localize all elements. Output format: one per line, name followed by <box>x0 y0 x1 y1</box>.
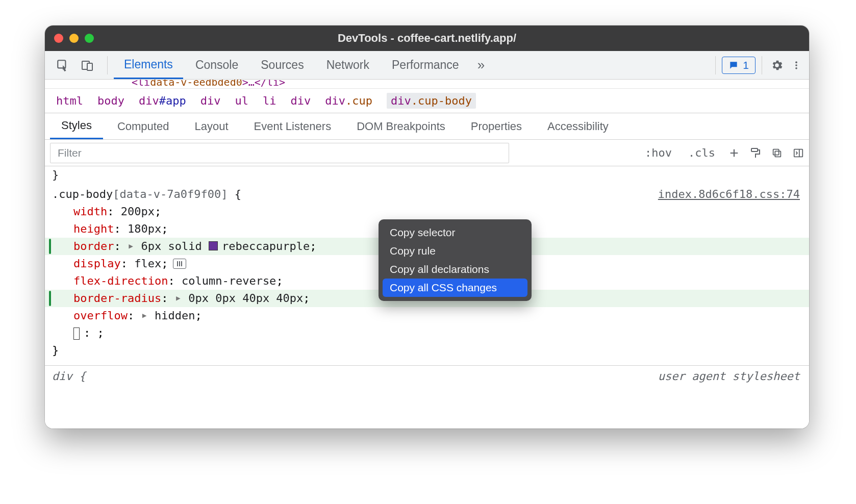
svg-rect-9 <box>794 149 803 157</box>
cls-toggle[interactable]: .cls <box>680 146 723 159</box>
svg-rect-8 <box>773 149 779 155</box>
breadcrumb-item[interactable]: div <box>200 94 221 107</box>
svg-rect-7 <box>775 151 781 157</box>
titlebar: DevTools - coffee-cart.netlify.app/ <box>45 26 809 51</box>
copy-icon[interactable] <box>766 147 788 159</box>
breadcrumb-item[interactable]: div.cup <box>325 94 372 107</box>
filter-input[interactable] <box>51 147 509 159</box>
css-selector[interactable]: .cup-body[data-v-7a0f9f00] { <box>52 186 241 203</box>
tab-performance[interactable]: Performance <box>382 51 469 79</box>
rule-close-brace: } <box>45 342 809 359</box>
css-declaration[interactable]: overflow: ▸ hidden; <box>45 307 809 324</box>
svg-rect-6 <box>751 148 758 152</box>
svg-point-5 <box>795 67 797 69</box>
source-link[interactable]: index.8d6c6f18.css:74 <box>658 186 800 203</box>
new-declaration-input[interactable]: : ; <box>45 324 809 342</box>
issues-button[interactable]: 1 <box>722 57 756 74</box>
divider <box>762 56 762 74</box>
zoom-window-icon[interactable] <box>85 34 94 43</box>
subtab-layout[interactable]: Layout <box>183 113 239 139</box>
subtab-accessibility[interactable]: Accessibility <box>536 113 620 139</box>
breadcrumb-item[interactable]: html <box>56 94 83 107</box>
breadcrumb-item[interactable]: div <box>290 94 311 107</box>
new-style-rule-icon[interactable] <box>723 147 745 159</box>
expand-shorthand-icon[interactable]: ▸ <box>141 307 155 324</box>
dom-tree-row[interactable]: <li data-v-eedbded0>…</li> <box>45 80 809 89</box>
context-menu-item[interactable]: Copy all declarations <box>383 260 527 279</box>
divider <box>715 56 716 74</box>
css-declaration[interactable]: width: 200px; <box>45 203 809 220</box>
svg-point-3 <box>795 61 797 63</box>
subtab-computed[interactable]: Computed <box>106 113 181 139</box>
paint-format-icon[interactable] <box>745 147 766 159</box>
settings-icon[interactable] <box>768 57 786 74</box>
breadcrumb-item[interactable]: div#app <box>139 94 186 107</box>
color-swatch-icon[interactable] <box>209 241 218 250</box>
expand-shorthand-icon[interactable]: ▸ <box>128 237 141 255</box>
context-menu-item[interactable]: Copy all CSS changes <box>383 279 527 297</box>
tab-console[interactable]: Console <box>185 51 248 79</box>
hov-toggle[interactable]: :hov <box>637 146 680 159</box>
traffic-lights <box>54 34 94 43</box>
ua-selector: div { <box>52 368 86 385</box>
inspect-element-icon[interactable] <box>54 57 71 74</box>
kebab-menu-icon[interactable] <box>788 57 805 74</box>
prev-rule-close: } <box>45 166 809 184</box>
divider <box>107 56 108 74</box>
user-agent-rule: div { user agent stylesheet <box>45 365 809 385</box>
tab-elements[interactable]: Elements <box>114 51 183 79</box>
styles-toolbar: :hov .cls <box>45 140 809 166</box>
breadcrumb-item[interactable]: div.cup-body <box>387 93 476 109</box>
expand-shorthand-icon[interactable]: ▸ <box>175 289 189 307</box>
window-title: DevTools - coffee-cart.netlify.app/ <box>45 32 809 45</box>
close-window-icon[interactable] <box>54 34 63 43</box>
svg-point-4 <box>795 64 797 66</box>
issues-count: 1 <box>743 59 749 71</box>
tab-sources[interactable]: Sources <box>250 51 314 79</box>
subtab-properties[interactable]: Properties <box>460 113 533 139</box>
minimize-window-icon[interactable] <box>69 34 79 43</box>
breadcrumb-item[interactable]: body <box>97 94 124 107</box>
tab-network[interactable]: Network <box>316 51 380 79</box>
device-toolbar-icon[interactable] <box>79 57 96 74</box>
flex-editor-icon[interactable] <box>173 259 186 269</box>
computed-sidebar-icon[interactable] <box>788 147 809 159</box>
subtab-dom-breakpoints[interactable]: DOM Breakpoints <box>345 113 457 139</box>
context-menu-item[interactable]: Copy selector <box>383 223 527 242</box>
text-caret-icon <box>73 327 80 340</box>
more-tabs-icon[interactable]: » <box>471 57 491 73</box>
subtab-event-listeners[interactable]: Event Listeners <box>243 113 343 139</box>
context-menu: Copy selectorCopy ruleCopy all declarati… <box>379 219 532 301</box>
styles-tab-strip: StylesComputedLayoutEvent ListenersDOM B… <box>45 113 809 140</box>
breadcrumb-item[interactable]: ul <box>235 94 248 107</box>
filter-input-wrapper <box>50 143 509 163</box>
subtab-styles[interactable]: Styles <box>50 113 103 139</box>
breadcrumb: htmlbodydiv#appdivullidivdiv.cupdiv.cup-… <box>45 89 809 113</box>
ua-label: user agent stylesheet <box>658 368 800 385</box>
svg-rect-2 <box>87 63 92 70</box>
context-menu-item[interactable]: Copy rule <box>383 242 527 260</box>
breadcrumb-item[interactable]: li <box>263 94 276 107</box>
main-tab-strip: Elements Console Sources Network Perform… <box>45 51 809 80</box>
